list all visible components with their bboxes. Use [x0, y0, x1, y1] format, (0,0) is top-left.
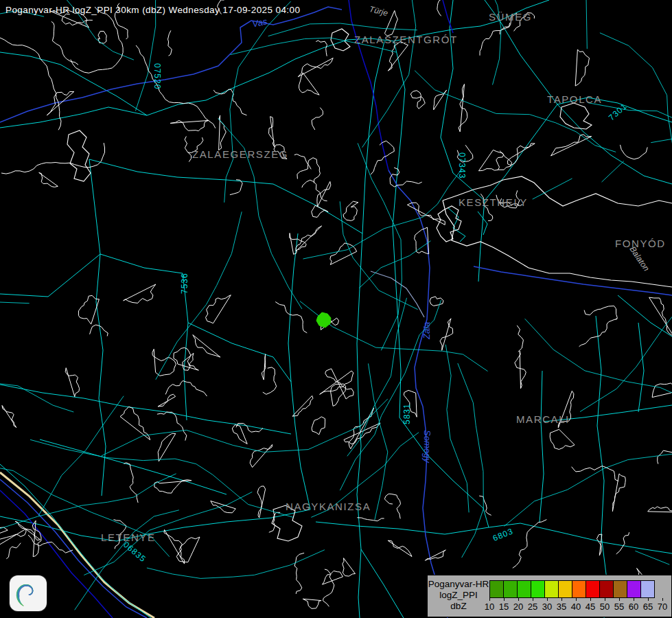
legend-tick-label: 25 [528, 602, 537, 612]
village-outline [616, 532, 629, 554]
village-outline [232, 425, 247, 444]
road-line [40, 439, 227, 494]
city-label: FONYÓD [615, 238, 666, 249]
city-label: LETENYE [101, 531, 156, 543]
village-outline [193, 335, 220, 357]
minor-road-line [102, 399, 388, 456]
town-outline [67, 130, 91, 181]
legend-tickmark [547, 598, 548, 601]
river-line [389, 170, 448, 618]
village-outline [459, 84, 467, 132]
village-outline [168, 30, 172, 56]
village-outline [390, 168, 422, 187]
village-outline [0, 527, 8, 538]
legend-swatch [531, 580, 545, 598]
legend-tick-label: 30 [542, 602, 552, 612]
village-outline [297, 158, 321, 183]
village-outline [157, 412, 187, 441]
village-outline [298, 58, 333, 77]
village-outline [478, 150, 511, 170]
village-outline [440, 319, 453, 351]
water-name-label: Zala [421, 322, 432, 339]
legend-swatch [599, 580, 614, 598]
minor-road-line [0, 11, 44, 138]
village-outline [158, 394, 176, 407]
road-number-label: 5831 [402, 403, 412, 424]
road-line [0, 516, 117, 541]
road-line [485, 104, 557, 201]
minor-road-line [218, 118, 302, 309]
road-number-label: 7536 [180, 273, 189, 294]
village-outline [312, 417, 325, 435]
village-outline [349, 408, 374, 449]
road-line [361, 549, 404, 618]
legend-tick-label: 20 [513, 602, 523, 612]
village-outline [262, 354, 265, 380]
legend-panel: Poganyvar-HR logZ_PPI dbZ 10152025303540… [427, 575, 672, 617]
legend-tick-label: 15 [499, 602, 509, 612]
legend-tick-label: 70 [658, 602, 667, 612]
road-number-label: 07343 [457, 152, 467, 179]
legend-caption: Poganyvar-HR logZ_PPI dbZ [428, 579, 489, 612]
village-outline [479, 496, 491, 515]
village-outline [343, 201, 358, 220]
legend-swatch [489, 580, 504, 598]
village-outline [152, 349, 176, 376]
village-outline [496, 151, 504, 170]
boundary-meander [136, 45, 216, 128]
legend-tickmark [533, 598, 533, 601]
village-outline [648, 507, 672, 512]
village-outline [154, 480, 192, 493]
road-line [357, 41, 384, 618]
village-outline [584, 306, 617, 320]
village-outline [275, 302, 307, 333]
town-outline [437, 206, 461, 242]
village-outline [388, 540, 412, 556]
minor-road-line [300, 301, 488, 371]
village-outline [296, 226, 322, 251]
legend-tick-label: 55 [614, 602, 624, 612]
minor-road-line [224, 1, 291, 203]
village-outline [513, 520, 547, 569]
water-name-label: Somogy [422, 430, 432, 463]
village-outline [410, 91, 425, 109]
village-outline [263, 367, 277, 394]
minor-road-line [505, 454, 672, 527]
road-line [393, 41, 405, 417]
minor-road-line [30, 439, 293, 517]
legend-swatch [627, 580, 641, 598]
legend-tickmark [504, 598, 505, 601]
village-outline [158, 433, 176, 461]
village-outline [550, 429, 575, 449]
village-outline [32, 520, 41, 557]
legend-tickmark [634, 598, 634, 601]
village-outline [164, 529, 185, 564]
legend-tickmark [489, 598, 490, 601]
village-outline [612, 474, 625, 512]
village-outline [51, 21, 78, 65]
city-label: SÜMEG [489, 11, 532, 23]
minor-road-line [0, 376, 73, 412]
minor-road-line [635, 551, 669, 564]
road-line [500, 21, 557, 104]
village-outline [317, 181, 331, 207]
legend-product-name: logZ_PPI [428, 590, 489, 601]
road-line [638, 323, 644, 412]
village-outline [124, 463, 139, 503]
village-outline [170, 120, 209, 130]
legend-swatch [517, 580, 531, 598]
radar-map [0, 0, 672, 618]
village-outline [343, 558, 356, 576]
village-outline [649, 297, 672, 336]
road-number-label: 07520 [152, 63, 162, 89]
village-outline [621, 145, 648, 159]
village-outline [294, 553, 304, 594]
village-outline [480, 23, 510, 55]
minor-road-line [445, 345, 469, 513]
legend-swatch [640, 580, 655, 598]
radar-product-title: Poganyvar-HR logZ_PPI 30km (dbZ) Wednesd… [5, 5, 300, 15]
village-outline [551, 135, 592, 156]
village-outline [575, 49, 589, 86]
minor-road-line [533, 179, 572, 199]
legend-color-scale [489, 580, 655, 598]
